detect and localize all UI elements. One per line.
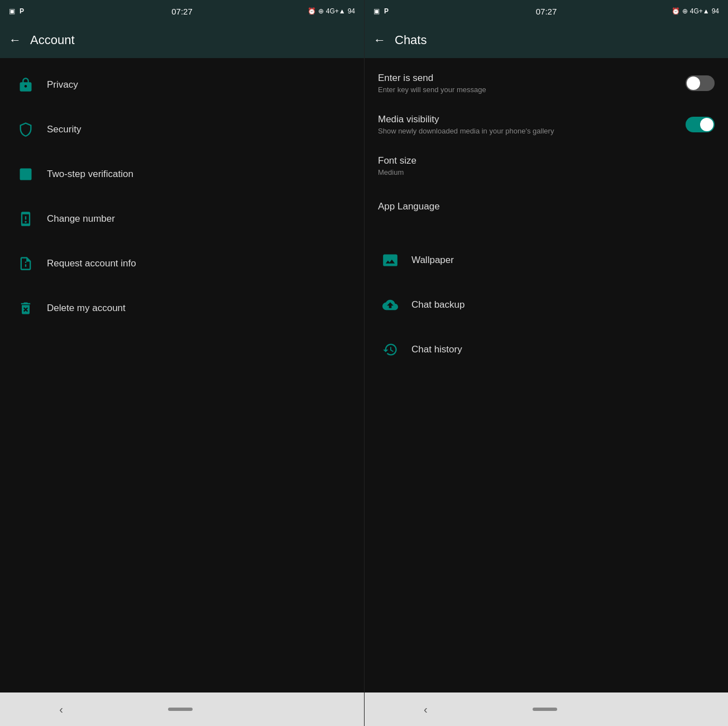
chat-history-label: Chat history bbox=[411, 344, 715, 355]
app-language-text: App Language bbox=[378, 201, 715, 212]
battery-icon: 94 bbox=[348, 7, 355, 15]
nav-home-left[interactable] bbox=[168, 708, 193, 711]
media-visibility-text: Media visibility Show newly downloaded m… bbox=[378, 114, 686, 135]
status-bar-right-icons: ⏰ ⊕ 4G+▲ 94 bbox=[672, 7, 719, 15]
lock-icon bbox=[13, 73, 38, 97]
security-label: Security bbox=[47, 124, 351, 135]
security-item[interactable]: Security bbox=[0, 107, 364, 152]
account-header: ← Account bbox=[0, 22, 364, 58]
chat-history-item[interactable]: Chat history bbox=[365, 327, 728, 372]
toggle-thumb-enter bbox=[687, 77, 700, 90]
delete-account-text: Delete my account bbox=[47, 303, 351, 314]
nav-bar-left: ‹ bbox=[0, 692, 364, 726]
p-icon-r: P bbox=[384, 7, 389, 15]
nav-bar-right: ‹ bbox=[365, 692, 728, 726]
right-panel: ▣ P 07:27 ⏰ ⊕ 4G+▲ 94 ← Chats @WABetaInf… bbox=[364, 0, 728, 726]
chats-title: Chats bbox=[395, 33, 427, 47]
trash-icon bbox=[13, 296, 38, 321]
chat-backup-text: Chat backup bbox=[411, 299, 715, 311]
wallpaper-label: Wallpaper bbox=[411, 255, 715, 266]
status-bar-right: ▣ P 07:27 ⏰ ⊕ 4G+▲ 94 bbox=[365, 0, 728, 22]
delete-account-item[interactable]: Delete my account bbox=[0, 286, 364, 331]
battery-icon-r: 94 bbox=[712, 7, 719, 15]
status-bar-left-icons: ▣ P bbox=[9, 7, 24, 15]
enter-is-send-item[interactable]: Enter is send Enter key will send your m… bbox=[365, 63, 728, 104]
change-number-label: Change number bbox=[47, 213, 351, 225]
signal-icon: 4G+▲ bbox=[326, 7, 346, 15]
nav-home-right[interactable] bbox=[533, 708, 557, 711]
chat-backup-label: Chat backup bbox=[411, 299, 715, 311]
alarm-icon: ⏰ bbox=[308, 7, 316, 15]
shield-icon bbox=[13, 117, 38, 142]
keypad-icon bbox=[13, 162, 38, 187]
left-panel: ▣ P 07:27 ⏰ ⊕ 4G+▲ 94 ← Account @WABetaI… bbox=[0, 0, 364, 726]
status-bar-right-left-icons: ▣ P bbox=[373, 7, 389, 15]
privacy-item[interactable]: Privacy bbox=[0, 63, 364, 107]
change-number-item[interactable]: Change number bbox=[0, 197, 364, 241]
status-bar-right-icons: ⏰ ⊕ 4G+▲ 94 bbox=[308, 7, 355, 15]
sim-icon: ▣ bbox=[9, 7, 15, 15]
media-visibility-label: Media visibility bbox=[378, 114, 686, 125]
account-menu: Privacy Security Two-step verification bbox=[0, 58, 364, 692]
change-number-text: Change number bbox=[47, 213, 351, 225]
font-size-label: Font size bbox=[378, 155, 715, 166]
privacy-text: Privacy bbox=[47, 79, 351, 90]
p-icon: P bbox=[20, 7, 24, 15]
sim-icon-r: ▣ bbox=[373, 7, 380, 15]
enter-is-send-toggle[interactable] bbox=[686, 75, 715, 91]
enter-is-send-text: Enter is send Enter key will send your m… bbox=[378, 73, 686, 94]
delete-account-label: Delete my account bbox=[47, 303, 351, 314]
enter-is-send-label: Enter is send bbox=[378, 73, 686, 84]
back-button-right[interactable]: ← bbox=[373, 33, 386, 47]
wallpaper-icon bbox=[378, 248, 403, 273]
chats-header: ← Chats bbox=[365, 22, 728, 58]
back-button-left[interactable]: ← bbox=[9, 33, 21, 47]
time-right: 07:27 bbox=[536, 7, 557, 16]
two-step-item[interactable]: Two-step verification bbox=[0, 152, 364, 197]
cloud-upload-icon bbox=[378, 293, 403, 317]
history-icon bbox=[378, 337, 403, 362]
status-bar-left: ▣ P 07:27 ⏰ ⊕ 4G+▲ 94 bbox=[0, 0, 364, 22]
chats-settings: Enter is send Enter key will send your m… bbox=[365, 58, 728, 692]
account-title: Account bbox=[30, 33, 75, 47]
media-visibility-sublabel: Show newly downloaded media in your phon… bbox=[378, 127, 686, 135]
app-language-label: App Language bbox=[378, 201, 715, 212]
nav-back-left[interactable]: ‹ bbox=[46, 699, 76, 720]
request-account-text: Request account info bbox=[47, 258, 351, 269]
security-text: Security bbox=[47, 124, 351, 135]
media-visibility-toggle[interactable] bbox=[686, 117, 715, 132]
request-account-label: Request account info bbox=[47, 258, 351, 269]
chat-history-text: Chat history bbox=[411, 344, 715, 355]
toggle-thumb-media bbox=[700, 118, 713, 131]
two-step-label: Two-step verification bbox=[47, 169, 351, 180]
wallpaper-text: Wallpaper bbox=[411, 255, 715, 266]
request-account-item[interactable]: Request account info bbox=[0, 241, 364, 286]
hotspot-icon: ⊕ bbox=[318, 7, 324, 15]
font-size-item[interactable]: Font size Medium bbox=[365, 145, 728, 187]
nav-back-right[interactable]: ‹ bbox=[410, 699, 441, 720]
chat-backup-item[interactable]: Chat backup bbox=[365, 283, 728, 327]
two-step-text: Two-step verification bbox=[47, 169, 351, 180]
font-size-sublabel: Medium bbox=[378, 168, 715, 176]
alarm-icon-r: ⏰ bbox=[672, 7, 680, 15]
time-left: 07:27 bbox=[171, 7, 193, 16]
phone-change-icon bbox=[13, 207, 38, 231]
media-visibility-item[interactable]: Media visibility Show newly downloaded m… bbox=[365, 104, 728, 145]
document-icon bbox=[13, 251, 38, 276]
font-size-text: Font size Medium bbox=[378, 155, 715, 176]
enter-is-send-sublabel: Enter key will send your message bbox=[378, 85, 686, 94]
hotspot-icon-r: ⊕ bbox=[682, 7, 688, 15]
app-language-item[interactable]: App Language bbox=[365, 187, 728, 227]
privacy-label: Privacy bbox=[47, 79, 351, 90]
wallpaper-item[interactable]: Wallpaper bbox=[365, 238, 728, 283]
signal-icon-r: 4G+▲ bbox=[690, 7, 710, 15]
